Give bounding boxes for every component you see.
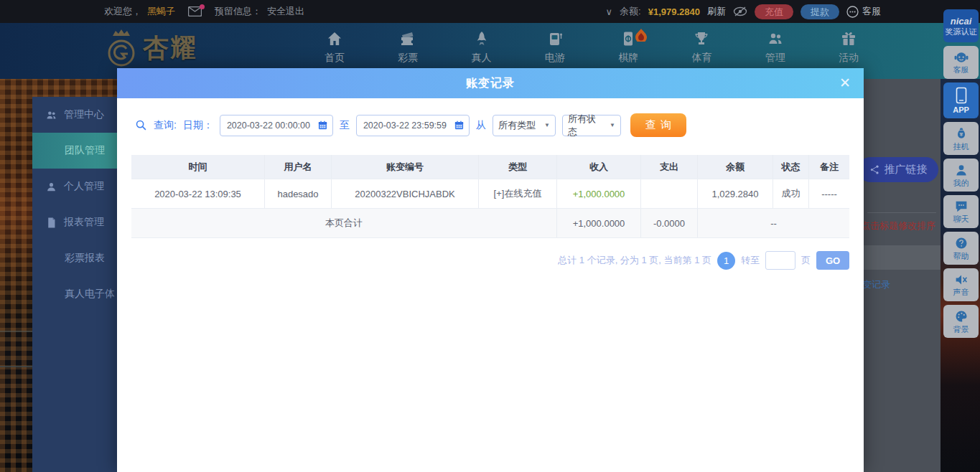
nav-menu: 首页 彩票 真人 电游 棋牌 体育 管理 — [309, 30, 874, 65]
status-select[interactable]: 所有状态 ▼ — [562, 115, 621, 136]
refresh-button[interactable]: 刷新 — [707, 5, 726, 18]
float-item-app[interactable]: APP — [943, 82, 979, 118]
account-change-modal: 账变记录 ✕ 查询: 日期： 至 从 所有类型 ▼ 所有状态 ▼ 查询 时间 用… — [117, 68, 864, 472]
logo-emblem-icon — [106, 27, 137, 69]
table-header-partial — [862, 245, 941, 270]
date-to-input[interactable] — [363, 121, 451, 131]
footer-income: +1,000.0000 — [557, 209, 641, 237]
cell-income: +1,000.0000 — [557, 179, 641, 208]
query-submit-button[interactable]: 查询 — [630, 113, 686, 137]
date-from-field — [220, 115, 333, 136]
money-bag-icon — [954, 126, 969, 141]
date-label: 日期： — [183, 119, 213, 132]
records-table: 时间 用户名 账变编号 类型 收入 支出 余额 状态 备注 2020-03-22… — [131, 155, 849, 238]
balance-label: 余额: — [620, 5, 641, 18]
customer-service-label: 客服 — [862, 5, 881, 18]
promo-link-button[interactable]: 推广链接 — [858, 157, 938, 182]
footer-balance: -- — [698, 209, 849, 237]
chat-bubble-icon — [846, 6, 859, 18]
float-item-certification[interactable]: nicai 奖源认证 — [943, 9, 979, 42]
float-item-help[interactable]: 帮助 — [943, 232, 979, 265]
cell-balance: 1,029.2840 — [698, 179, 773, 208]
reserved-info-label: 预留信息： — [215, 5, 261, 18]
cell-time: 2020-03-22 13:09:35 — [131, 179, 265, 208]
page-number-current[interactable]: 1 — [717, 252, 735, 270]
logout-link[interactable]: 安全退出 — [267, 5, 304, 18]
nav-item-live[interactable]: 真人 — [456, 30, 508, 65]
nav-item-sports[interactable]: 体育 — [676, 30, 727, 65]
logo-text: 杏耀 — [143, 27, 197, 69]
nav-item-manage[interactable]: 管理 — [750, 30, 801, 65]
type-select[interactable]: 所有类型 ▼ — [493, 115, 556, 136]
float-item-hangup[interactable]: 挂机 — [943, 122, 979, 155]
sidebar-item-admin-center[interactable]: 管理中心 — [32, 97, 117, 133]
sidebar-item-report-manage[interactable]: 报表管理 — [32, 204, 117, 240]
pagination-summary: 总计 1 个记录, 分为 1 页, 当前第 1 页 — [558, 254, 711, 267]
top-bar: 欢迎您， 黑蝎子 预留信息： 安全退出 ∨ 余额: ¥1,979.2840 刷新… — [0, 0, 980, 23]
sort-hint-text: 点击标题修改排序 — [861, 220, 938, 232]
hot-flame-badge — [635, 29, 647, 42]
slot-machine-icon — [546, 30, 564, 47]
mail-icon[interactable] — [188, 6, 202, 16]
question-mark-icon — [954, 236, 969, 250]
float-item-service[interactable]: 客服 — [943, 46, 979, 79]
table-footer-row: 本页合计 +1,000.0000 -0.0000 -- — [131, 209, 849, 238]
date-to-field — [356, 115, 470, 136]
sidebar-item-lottery-report[interactable]: 彩票报表 — [32, 240, 117, 276]
speaker-muted-icon — [954, 273, 969, 286]
dropdown-arrow-icon: ▼ — [610, 122, 615, 128]
float-item-mine[interactable]: 我的 — [943, 159, 979, 192]
users-icon — [45, 109, 57, 121]
search-toolbar: 查询: 日期： 至 从 所有类型 ▼ 所有状态 ▼ 查询 — [135, 113, 686, 137]
customer-service-link[interactable]: 客服 — [846, 5, 881, 18]
document-icon — [45, 217, 57, 229]
date-from-input[interactable] — [227, 121, 314, 131]
calendar-icon[interactable] — [317, 120, 328, 131]
eye-slash-icon[interactable] — [733, 6, 747, 16]
chevron-down-icon[interactable]: ∨ — [606, 6, 613, 17]
close-icon[interactable]: ✕ — [836, 75, 854, 92]
cell-record-number: 20200322VBICHJABDK — [332, 179, 479, 208]
mahjong-tile-icon — [620, 30, 637, 47]
user-icon — [954, 163, 969, 177]
welcome-text: 欢迎您， — [104, 5, 141, 18]
nav-item-activity[interactable]: 活动 — [823, 30, 874, 65]
modal-header: 账变记录 ✕ — [117, 68, 864, 98]
left-sidebar: 管理中心 团队管理 个人管理 报表管理 彩票报表 真人电子体 — [32, 97, 117, 472]
nav-item-lottery[interactable]: 彩票 — [382, 30, 434, 65]
phone-icon — [956, 87, 967, 104]
float-item-sound[interactable]: 声音 — [943, 268, 979, 301]
calendar-icon[interactable] — [454, 120, 465, 131]
trophy-icon — [693, 30, 710, 47]
to-label: 至 — [340, 119, 350, 132]
goto-label: 转至 — [741, 254, 760, 267]
mail-badge-dot — [200, 4, 205, 9]
modal-title: 账变记录 — [466, 76, 515, 91]
from-label: 从 — [476, 119, 486, 132]
table-header-row: 时间 用户名 账变编号 类型 收入 支出 余额 状态 备注 — [131, 155, 849, 179]
sidebar-item-live-egame-report[interactable]: 真人电子体 — [32, 276, 117, 312]
sidebar-item-team-manage[interactable]: 团队管理 — [32, 133, 117, 169]
nicai-brand-logo: nicai — [951, 16, 972, 26]
cell-expense — [641, 179, 698, 208]
site-logo[interactable]: 杏耀 — [106, 27, 197, 69]
sidebar-item-personal-manage[interactable]: 个人管理 — [32, 169, 117, 204]
cell-type: [+]在线充值 — [479, 179, 557, 208]
cell-username: hadesado — [265, 179, 332, 208]
float-item-background[interactable]: 背景 — [943, 305, 979, 338]
palette-icon — [954, 309, 969, 324]
nav-item-boardgames[interactable]: 棋牌 — [602, 30, 654, 65]
floating-side-menu: nicai 奖源认证 客服 APP 挂机 我的 聊天 帮助 声音 背景 — [943, 9, 979, 338]
deposit-button[interactable]: 充值 — [755, 4, 793, 19]
users-icon — [767, 30, 784, 47]
username: 黑蝎子 — [147, 5, 175, 18]
go-button[interactable]: GO — [816, 251, 849, 270]
withdraw-button[interactable]: 提款 — [801, 4, 839, 19]
chat-bubble-icon — [954, 200, 969, 213]
float-item-chat[interactable]: 聊天 — [943, 195, 979, 228]
goto-page-input[interactable] — [765, 251, 795, 270]
nav-item-home[interactable]: 首页 — [309, 30, 360, 65]
nav-item-egames[interactable]: 电游 — [529, 30, 581, 65]
cell-remark: ----- — [809, 179, 849, 208]
footer-label: 本页合计 — [131, 209, 557, 237]
